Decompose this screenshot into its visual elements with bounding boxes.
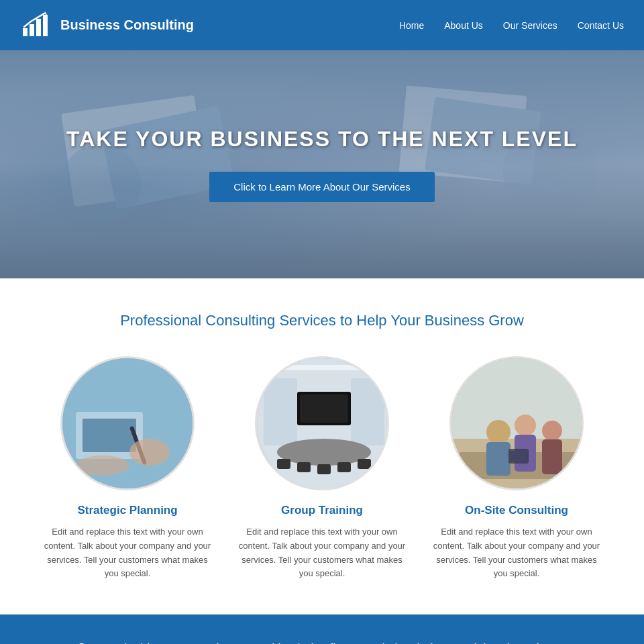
main-nav: Home About Us Our Services Contact Us — [399, 20, 624, 31]
svg-rect-1 — [30, 24, 34, 36]
svg-rect-28 — [300, 394, 348, 423]
service-name-planning: Strategic Planning — [77, 504, 177, 517]
service-name-consulting: On-Site Consulting — [465, 504, 568, 517]
service-circle-training — [255, 356, 389, 490]
quote-banner: Our resultsdriven approach to consulting… — [0, 614, 644, 644]
svg-point-21 — [277, 439, 371, 466]
svg-rect-2 — [36, 19, 41, 36]
hero-content: TAKE YOUR BUSINESS TO THE NEXT LEVEL Cli… — [66, 127, 578, 202]
svg-rect-18 — [284, 365, 364, 370]
svg-rect-0 — [23, 28, 28, 36]
hero-cta-button[interactable]: Click to Learn More About Our Services — [209, 172, 434, 202]
svg-point-32 — [486, 420, 511, 444]
services-section: Professional Consulting Services to Help… — [0, 278, 644, 614]
svg-rect-13 — [83, 419, 136, 452]
service-circle-consulting — [449, 356, 584, 490]
planning-image — [62, 358, 195, 490]
svg-rect-26 — [358, 459, 371, 469]
svg-rect-3 — [43, 15, 48, 36]
service-desc-training: Edit and replace this text with your own… — [235, 525, 409, 581]
svg-rect-39 — [511, 451, 527, 462]
hero-section: TAKE YOUR BUSINESS TO THE NEXT LEVEL Cli… — [0, 50, 644, 278]
nav-about[interactable]: About Us — [444, 20, 483, 31]
svg-rect-20 — [351, 378, 384, 445]
svg-rect-33 — [486, 442, 511, 476]
nav-services[interactable]: Our Services — [503, 20, 557, 31]
svg-rect-23 — [297, 462, 311, 472]
service-desc-planning: Edit and replace this text with your own… — [40, 525, 215, 581]
site-header: Business Consulting Home About Us Our Se… — [0, 0, 644, 50]
svg-rect-24 — [317, 464, 331, 474]
training-image — [257, 358, 389, 490]
svg-point-34 — [515, 415, 536, 436]
svg-rect-19 — [264, 378, 297, 445]
svg-point-36 — [542, 421, 562, 441]
consulting-image — [451, 358, 584, 490]
svg-rect-22 — [277, 459, 290, 469]
svg-rect-37 — [542, 439, 562, 474]
svg-point-15 — [129, 439, 170, 466]
svg-rect-25 — [337, 462, 351, 472]
service-item-training: Group Training Edit and replace this tex… — [235, 356, 409, 581]
service-item-consulting: On-Site Consulting Edit and replace this… — [429, 356, 604, 581]
quote-text: Our resultsdriven approach to consulting… — [54, 639, 590, 644]
nav-contact[interactable]: Contact Us — [578, 20, 624, 31]
logo-area: Business Consulting — [20, 9, 194, 42]
services-grid: Strategic Planning Edit and replace this… — [40, 356, 604, 581]
service-desc-consulting: Edit and replace this text with your own… — [429, 525, 604, 581]
hero-title: TAKE YOUR BUSINESS TO THE NEXT LEVEL — [66, 127, 578, 152]
service-circle-planning — [60, 356, 195, 490]
nav-home[interactable]: Home — [399, 20, 424, 31]
service-item-planning: Strategic Planning Edit and replace this… — [40, 356, 215, 581]
logo-icon — [20, 9, 52, 42]
svg-point-16 — [76, 455, 129, 476]
services-section-title: Professional Consulting Services to Help… — [40, 312, 604, 329]
service-name-training: Group Training — [281, 504, 363, 517]
logo-text: Business Consulting — [60, 17, 194, 33]
